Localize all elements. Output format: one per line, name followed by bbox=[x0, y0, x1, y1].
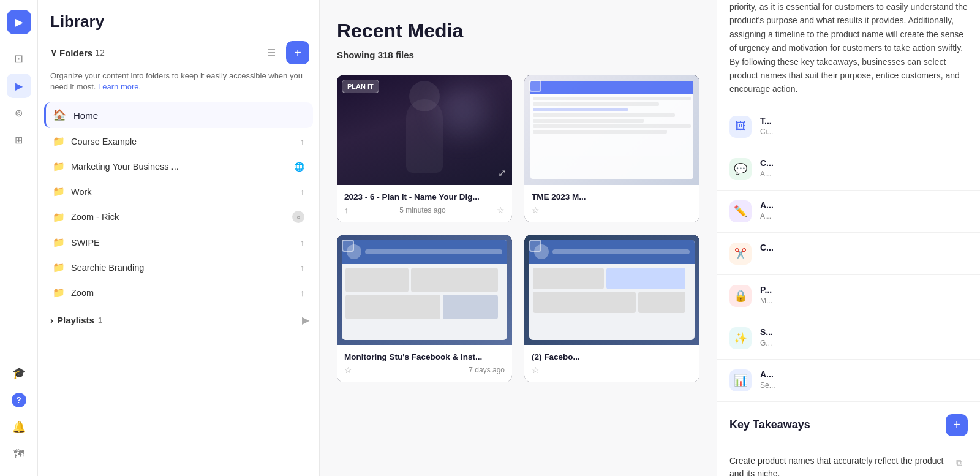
panel-item-title-3: A... bbox=[760, 200, 968, 210]
sort-folders-btn[interactable]: ☰ bbox=[262, 43, 281, 62]
scissors-icon: ✂️ bbox=[734, 247, 747, 259]
panel-intro-text: priority, as it is essential for custome… bbox=[717, 0, 980, 106]
library-icon: ▶ bbox=[15, 80, 23, 92]
panel-item-title-5: P... bbox=[760, 285, 968, 295]
panel-item-icon-3: ✏️ bbox=[729, 200, 752, 222]
panel-item-5[interactable]: 🔒 P... M... bbox=[717, 275, 980, 317]
panel-item-title-4: C... bbox=[760, 243, 968, 252]
add-takeaway-btn[interactable]: + bbox=[946, 414, 968, 436]
plan-it-overlay: PLAN IT bbox=[342, 80, 379, 93]
media-name-4: (2) Facebo... bbox=[532, 352, 692, 361]
sidebar: Library ∨ Folders 12 ☰ + Organize your c… bbox=[38, 0, 320, 476]
panel-item-sub-3: A... bbox=[760, 212, 968, 221]
panel-item-7[interactable]: 📊 A... Se... bbox=[717, 360, 980, 402]
media-card-1[interactable]: PLAN IT ⤢ 2023 - 6 - Plan It - Name Your… bbox=[337, 75, 512, 222]
sidebar-folder-course-example[interactable]: 📁 Course Example ↑ bbox=[44, 129, 313, 153]
takeaway-item-1: Create product names that accurately ref… bbox=[729, 446, 968, 476]
logo-btn[interactable]: ▶ bbox=[7, 10, 31, 34]
playlists-label: › Playlists 1 bbox=[50, 315, 102, 325]
map-icon: 🗺 bbox=[13, 448, 24, 461]
sidebar-folder-zoom-rick[interactable]: 📁 Zoom - Rick ○ bbox=[44, 205, 313, 229]
media-meta-2: ☆ bbox=[532, 205, 692, 215]
sidebar-folder-work[interactable]: 📁 Work ↑ bbox=[44, 179, 313, 203]
takeaway-text-1: Create product names that accurately ref… bbox=[729, 455, 944, 476]
star-icon: ☆ bbox=[532, 365, 540, 375]
panel-item-title-6: S... bbox=[760, 327, 968, 337]
folder-icon: 📁 bbox=[53, 161, 65, 172]
panel-item-sub-2: A... bbox=[760, 170, 968, 178]
graduation-nav-btn[interactable]: 🎓 bbox=[7, 361, 31, 385]
media-thumb-4 bbox=[524, 235, 699, 345]
upload-icon: ↑ bbox=[300, 238, 304, 247]
media-name-1: 2023 - 6 - Plan It - Name Your Dig... bbox=[344, 192, 505, 202]
media-thumb-3 bbox=[337, 235, 512, 345]
media-card-3[interactable]: Monitoring Stu's Facebook & Inst... ☆ 7 … bbox=[337, 235, 512, 382]
star-icon: ☆ bbox=[497, 205, 505, 215]
select-checkbox-3[interactable] bbox=[342, 240, 354, 252]
chat-icon: 💬 bbox=[734, 162, 747, 176]
dashboard-nav-btn[interactable]: 🗺 bbox=[7, 442, 31, 466]
folder-icon: 📁 bbox=[53, 135, 65, 147]
media-meta-4: ☆ bbox=[532, 365, 692, 375]
sidebar-folder-searchie-branding[interactable]: 📁 Searchie Branding ↑ bbox=[44, 255, 313, 279]
panel-item-icon-4: ✂️ bbox=[729, 243, 752, 265]
bell-nav-btn[interactable]: 🔔 bbox=[7, 415, 31, 439]
upload-icon: ↑ bbox=[300, 137, 304, 146]
folders-actions: ☰ + bbox=[262, 41, 309, 64]
key-takeaways-section: Key Takeaways + Create product names tha… bbox=[717, 402, 980, 476]
team-icon: ⊚ bbox=[15, 107, 23, 119]
add-folder-btn[interactable]: + bbox=[286, 41, 309, 64]
media-info-2: TME 2023 M... ☆ bbox=[524, 185, 699, 222]
media-thumb-2 bbox=[524, 75, 699, 185]
media-info-3: Monitoring Stu's Facebook & Inst... ☆ 7 … bbox=[337, 345, 512, 382]
upload-icon: ↑ bbox=[300, 263, 304, 273]
panel-item-2[interactable]: 💬 C... A... bbox=[717, 148, 980, 191]
panel-item-title-7: A... bbox=[760, 369, 968, 379]
panel-item-content-1: T... Ci... bbox=[760, 116, 968, 136]
image-icon: 🖼 bbox=[735, 120, 746, 133]
folder-icon: 📁 bbox=[53, 186, 65, 197]
sidebar-folder-marketing[interactable]: 📁 Marketing Your Business ... 🌐 bbox=[44, 154, 313, 178]
icon-bar: ▶ ⊡ ▶ ⊚ ⊞ 🎓 ? 🔔 🗺 bbox=[0, 0, 38, 476]
media-card-2[interactable]: TME 2023 M... ☆ bbox=[524, 75, 699, 222]
upload-icon: ↑ bbox=[300, 288, 304, 298]
select-checkbox[interactable] bbox=[529, 80, 541, 92]
terminal-icon: ⊡ bbox=[14, 52, 23, 66]
learn-more-link[interactable]: Learn more. bbox=[98, 82, 141, 91]
media-grid: PLAN IT ⤢ 2023 - 6 - Plan It - Name Your… bbox=[337, 75, 699, 382]
panel-item-4[interactable]: ✂️ C... bbox=[717, 233, 980, 275]
main-content: Recent Media Showing 318 files PLAN IT ⤢… bbox=[320, 0, 717, 476]
add-folder-icon: + bbox=[294, 46, 301, 60]
team-nav-btn[interactable]: ⊚ bbox=[7, 100, 31, 125]
copy-btn-1[interactable]: ⧉ bbox=[951, 455, 968, 472]
playlists-section[interactable]: › Playlists 1 ▶ bbox=[38, 306, 319, 328]
library-title: Library bbox=[38, 12, 319, 41]
library-nav-btn[interactable]: ▶ bbox=[7, 74, 31, 98]
file-count-label: Showing 318 files bbox=[337, 50, 699, 60]
widgets-nav-btn[interactable]: ⊞ bbox=[7, 127, 31, 152]
sidebar-folder-swipe[interactable]: 📁 SWIPE ↑ bbox=[44, 230, 313, 254]
graduation-icon: 🎓 bbox=[12, 366, 26, 380]
upload-icon: ↑ bbox=[344, 205, 349, 215]
select-checkbox-4[interactable] bbox=[529, 240, 541, 252]
panel-item-icon-2: 💬 bbox=[729, 158, 752, 180]
panel-item-sub-6: G... bbox=[760, 339, 968, 347]
chart-icon: 📊 bbox=[734, 374, 747, 387]
panel-item-6[interactable]: ✨ S... G... bbox=[717, 317, 980, 360]
panel-item-icon-7: 📊 bbox=[729, 369, 752, 391]
panel-item-icon-6: ✨ bbox=[729, 327, 752, 349]
panel-item-content-3: A... A... bbox=[760, 200, 968, 221]
bell-icon: 🔔 bbox=[12, 420, 26, 434]
terminal-nav-btn[interactable]: ⊡ bbox=[7, 47, 31, 71]
panel-item-title-1: T... bbox=[760, 116, 968, 126]
folder-badge: ○ bbox=[292, 211, 304, 223]
media-card-4[interactable]: (2) Facebo... ☆ bbox=[524, 235, 699, 382]
sidebar-item-home[interactable]: 🏠 Home bbox=[44, 102, 313, 128]
folders-label: ∨ Folders 12 bbox=[50, 47, 105, 58]
panel-item-3[interactable]: ✏️ A... A... bbox=[717, 191, 980, 233]
help-nav-btn[interactable]: ? bbox=[7, 388, 31, 412]
panel-item-1[interactable]: 🖼 T... Ci... bbox=[717, 106, 980, 148]
folder-icon: 📁 bbox=[53, 287, 65, 298]
logo-icon: ▶ bbox=[15, 15, 23, 29]
sidebar-folder-zoom[interactable]: 📁 Zoom ↑ bbox=[44, 281, 313, 304]
